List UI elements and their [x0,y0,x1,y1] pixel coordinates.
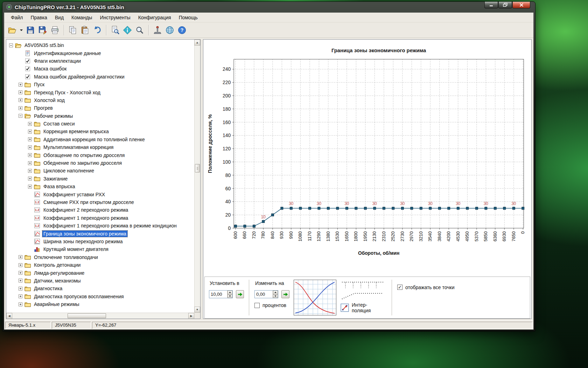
expand-plus-icon[interactable] [28,153,32,157]
tree-item-label[interactable]: Зажигание [42,176,69,182]
tree-item[interactable]: 1.2Коэффициент 1 переходного режима [7,214,194,222]
expand-plus-icon[interactable] [28,185,32,189]
tree-item-label[interactable]: Флаги комплектации [33,58,82,64]
tree-item[interactable]: Рабочие режимы [7,112,194,120]
copy-button[interactable] [67,24,79,36]
search-button[interactable] [134,24,146,36]
tree-item-label[interactable]: Коррекция времени впрыска [42,128,110,135]
tree-item-label[interactable]: Коэффициент 2 переходного режима [42,207,129,213]
tree-item[interactable]: Идентификационные данные [7,49,194,57]
expand-plus-icon[interactable] [19,263,22,267]
print-button[interactable] [49,24,61,36]
tree-vertical-scrollbar[interactable]: ▲ ▼ [194,40,200,313]
scroll-up-button[interactable]: ▲ [194,40,200,46]
tree-item[interactable]: Маска ошибок [7,65,194,73]
change-spin-up-button[interactable] [273,291,278,294]
undo-button[interactable] [91,24,103,36]
tree-item[interactable]: Флаги комплектации [7,57,194,65]
scroll-down-button[interactable]: ▼ [194,307,200,313]
tree-horizontal-scrollbar[interactable]: ◀ ▶ [6,313,194,319]
tree-item-label[interactable]: Фаза впрыска [42,183,76,190]
tree-item[interactable]: Маска ошибок драйверной диагностики [7,73,194,81]
expand-plus-icon[interactable] [28,169,32,173]
tree-item-label[interactable]: Смещение РХХ при открытом дросселе [42,199,135,205]
tree-item[interactable]: Коэффициент уставки РХХ [7,190,194,198]
tree-item[interactable]: Зажигание [7,175,194,183]
globe-button[interactable] [164,24,176,36]
tree-item-label[interactable]: Пуск [33,81,46,88]
tree-item-label[interactable]: Обеднение по закрытию дросселя [42,160,123,166]
curve-preview[interactable] [294,280,336,315]
interpolation-pattern-step[interactable] [341,280,387,290]
menu-item-commands[interactable]: Команды [68,13,96,22]
tree-item-label[interactable]: Диагностика [33,285,63,292]
tree-item[interactable]: A5V05N35 st5.bin [7,41,194,49]
tree-item[interactable]: Прогрев [7,104,194,112]
tree-item-label[interactable]: A5V05N35 st5.bin [23,42,65,48]
tree-item-label[interactable]: Датчики, механизмы [33,278,82,284]
horizontal-scroll-thumb[interactable] [68,313,106,318]
properties-button[interactable] [121,24,133,36]
vertical-scroll-thumb[interactable] [195,164,200,172]
tree-item[interactable]: Холостой ход [7,96,194,104]
tree-item-label[interactable]: Диагностика пропусков воспламенения [33,293,125,300]
tree-item-label[interactable]: Отключение топливоподачи [33,254,99,260]
collapse-minus-icon[interactable] [19,114,22,118]
open-file-button[interactable] [6,24,18,36]
change-value-input[interactable]: 0,00 [254,290,278,298]
tree-item-label[interactable]: Состав смеси [42,121,76,127]
close-button[interactable] [512,2,530,8]
tree-item[interactable]: Состав смеси [7,120,194,128]
expand-plus-icon[interactable] [19,255,22,259]
paste-button[interactable] [79,24,91,36]
tree-item[interactable]: Коррекция времени впрыска [7,128,194,135]
collapse-minus-icon[interactable] [9,43,13,47]
apply-change-button[interactable] [281,290,289,298]
tree-item[interactable]: Пуск [7,81,194,88]
set-spin-up-button[interactable] [227,291,232,294]
save-button[interactable] [24,24,36,36]
minimize-button[interactable] [484,2,498,8]
economy-zone-chart[interactable]: 0204060801001201401601802002202406006607… [203,40,531,277]
expand-plus-icon[interactable] [28,145,32,149]
tree-item[interactable]: Обогащение по открытию дросселя [7,151,194,159]
scroll-right-button[interactable]: ▶ [188,313,194,319]
tree-item[interactable]: Диагностика [7,285,194,292]
change-spin-down-button[interactable] [273,294,278,298]
tree-item[interactable]: 1.2Коэффициент 2 переходного режима [7,206,194,214]
set-value-text[interactable]: 10,00 [209,291,227,298]
change-value-text[interactable]: 0,00 [255,291,273,298]
expand-plus-icon[interactable] [19,279,22,282]
menu-item-file[interactable]: Файл [7,13,27,22]
expand-plus-icon[interactable] [28,177,32,180]
expand-plus-icon[interactable] [19,294,22,298]
tree-item-label[interactable]: Рабочие режимы [33,113,74,119]
tree-item-label[interactable]: Коэффициент уставки РХХ [42,191,106,198]
expand-plus-icon[interactable] [28,137,32,141]
open-dropdown-button[interactable] [19,24,24,36]
tree-item-label[interactable]: Аддитивная коррекция по топливной пленке [42,136,146,143]
tree-item[interactable]: 1.2Смещение РХХ при открытом дросселе [7,198,194,206]
tree-item[interactable]: 1.2Коэффициент 1 переходного режима в ре… [7,222,194,230]
tree-item-label[interactable]: Мультипликативная коррекция [42,144,114,150]
expand-plus-icon[interactable] [28,161,32,165]
interpolation-pattern-smooth[interactable] [341,290,387,301]
tree-item-label[interactable]: Маска ошибок [33,66,68,72]
tree-item[interactable]: Цикловое наполнение [7,167,194,175]
tree-item[interactable]: Отключение топливоподачи [7,253,194,261]
maximize-button[interactable] [498,2,512,8]
tree-item[interactable]: Аддитивная коррекция по топливной пленке [7,136,194,143]
set-spin-down-button[interactable] [227,294,232,298]
interpolation-button[interactable]: Интер-поляция [341,302,387,313]
tree-item-label[interactable]: Переход Пуск - Холостой ход [33,89,102,96]
expand-plus-icon[interactable] [19,98,22,102]
expand-plus-icon[interactable] [19,271,22,275]
expand-plus-icon[interactable] [19,287,22,291]
tools-button[interactable] [152,24,163,36]
tree-item-label[interactable]: Лямда-регулирование [33,270,85,276]
menu-item-help[interactable]: Помощь [175,13,202,22]
scroll-left-button[interactable]: ◀ [6,313,12,319]
expand-plus-icon[interactable] [28,130,32,134]
expand-plus-icon[interactable] [19,83,22,87]
tree-item-label[interactable]: Коэффициент 1 переходного режима [42,215,129,221]
